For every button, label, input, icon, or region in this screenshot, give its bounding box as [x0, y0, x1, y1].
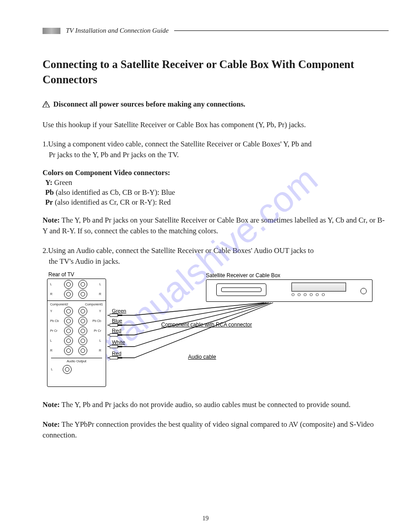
- jack-label-r: R: [50, 292, 59, 296]
- val-pr: (also identified as Cr, CR or R-Y): Red: [53, 198, 171, 206]
- warning-row: Disconnect all power sources before maki…: [43, 100, 389, 109]
- note-3-label: Note:: [43, 420, 60, 429]
- step-2-line-a: 2.Using an Audio cable, connect the Sate…: [43, 245, 389, 256]
- svg-rect-7: [118, 334, 122, 335]
- svg-rect-5: [118, 324, 122, 326]
- jack-icon: [64, 307, 73, 316]
- label-component2: Component2: [50, 303, 68, 306]
- tv-rear-panel: LL RR Component2Component1 YY Pb CbPb Cb…: [47, 279, 106, 387]
- jack-label-r: R: [50, 349, 59, 352]
- jack-label-prcr: Pr Cr: [50, 329, 59, 332]
- label-component-cable: Component cable with RCA connector: [161, 322, 252, 328]
- page-number: 19: [0, 515, 411, 522]
- note-2: Note: The Y, Pb and Pr jacks do not prov…: [43, 399, 389, 410]
- cable-label-blue: Blue: [112, 318, 122, 323]
- jack-icon: [64, 336, 73, 345]
- jack-icon: [64, 280, 73, 289]
- jack-icon: [64, 326, 73, 335]
- satbox-knob: [360, 288, 367, 294]
- svg-rect-8: [110, 345, 118, 348]
- jack-label-y: Y: [50, 309, 59, 313]
- note-1-label: Note:: [43, 216, 60, 224]
- label-y: Y:: [45, 178, 52, 187]
- step-2: 2.Using an Audio cable, connect the Sate…: [43, 245, 389, 267]
- label-component1: Component1: [85, 303, 103, 306]
- manual-page: manualshive.com TV Installation and Conn…: [0, 0, 411, 532]
- cable-label-white: White: [112, 339, 125, 345]
- jack-label-l: L: [92, 339, 101, 342]
- note-3: Note: The YPbPr connection provides the …: [43, 419, 389, 441]
- jack-label-l: L: [50, 339, 59, 342]
- colors-heading: Colors on Component Video connectors:: [43, 168, 389, 177]
- jack-icon: [64, 290, 73, 299]
- val-pb: (also identified as Cb, CB or B-Y): Blue: [54, 188, 175, 197]
- jack-label-r: R: [92, 349, 101, 352]
- rca-plug-icon: [110, 356, 123, 360]
- svg-rect-10: [110, 356, 118, 359]
- svg-rect-3: [118, 314, 122, 316]
- note-3-text: The YPbPr connection provides the best q…: [43, 420, 374, 439]
- svg-rect-11: [118, 357, 122, 358]
- step-1-line-a: 1.Using a component video cable, connect…: [43, 139, 389, 150]
- cable-label-red: Red: [112, 328, 121, 333]
- label-pb: Pb: [45, 188, 54, 197]
- header-swatch: [43, 28, 60, 34]
- satbox-slot: [216, 283, 266, 296]
- step-2-line-b: the TV's Audio in jacks.: [43, 256, 389, 267]
- page-header: TV Installation and Connection Guide: [43, 27, 389, 34]
- jack-icon: [78, 307, 87, 316]
- svg-rect-9: [118, 346, 122, 347]
- warning-text: Disconnect all power sources before maki…: [53, 100, 245, 109]
- connection-diagram: Rear of TV Satellite Receiver or Cable B…: [40, 270, 385, 391]
- jack-label-l: L: [92, 283, 101, 286]
- satbox-leds: O O O O O O: [291, 292, 326, 297]
- svg-point-1: [46, 106, 47, 107]
- step-1-line-b: Pr jacks to the Y, Pb and Pr jacks on th…: [43, 150, 389, 160]
- rca-plug-icon: [110, 313, 123, 317]
- header-rule: [174, 30, 389, 31]
- jack-icon: [78, 326, 87, 335]
- note-1: Note: The Y, Pb and Pr jacks on your Sat…: [43, 215, 389, 236]
- jack-label-pbcb: Pb Cb: [92, 319, 101, 322]
- label-rear-of-tv: Rear of TV: [48, 271, 74, 278]
- doc-title: TV Installation and Connection Guide: [66, 27, 169, 34]
- cable-label-green: Green: [112, 308, 126, 313]
- intro-paragraph: Use this hookup if your Satellite Receiv…: [43, 120, 389, 130]
- jack-icon: [78, 290, 87, 299]
- note-2-label: Note:: [43, 400, 60, 409]
- rca-plug-icon: [110, 323, 123, 327]
- jack-label-prcr: Pr Cr: [92, 329, 101, 332]
- rca-plug-icon: [110, 345, 123, 348]
- svg-rect-2: [110, 314, 118, 317]
- jack-label-l: L: [50, 283, 59, 286]
- label-pr: Pr: [45, 198, 53, 206]
- jack-icon: [63, 365, 72, 374]
- warning-icon: [43, 101, 50, 107]
- jack-icon: [78, 317, 87, 326]
- satbox-display: [291, 283, 346, 292]
- label-satellite-box: Satellite Receiver or Cable Box: [206, 272, 280, 279]
- step-1: 1.Using a component video cable, connect…: [43, 139, 389, 160]
- svg-rect-6: [110, 334, 118, 336]
- note-1-text: The Y, Pb and Pr jacks on your Satellite…: [43, 216, 385, 235]
- page-title: Connecting to a Satellite Receiver or Ca…: [43, 57, 389, 87]
- val-y: Green: [52, 178, 72, 187]
- color-pb: Pb (also identified as Cb, CB or B-Y): B…: [43, 188, 389, 197]
- jack-label-pbcb: Pb Cb: [50, 319, 59, 322]
- label-audio-cable: Audio cable: [188, 354, 216, 360]
- color-y: Y: Green: [43, 178, 389, 187]
- jack-icon: [64, 346, 73, 355]
- jack-icon: [78, 346, 87, 355]
- jack-label-r: R: [92, 292, 101, 296]
- jack-label-l: L: [51, 368, 60, 371]
- jack-icon: [78, 336, 87, 345]
- satellite-receiver-box: O O O O O O: [206, 279, 372, 302]
- cable-label-red2: Red: [112, 351, 121, 356]
- rca-plug-icon: [110, 333, 123, 337]
- label-audio-output: Audio Output: [51, 358, 102, 363]
- color-pr: Pr (also identified as Cr, CR or R-Y): R…: [43, 198, 389, 207]
- note-2-text: The Y, Pb and Pr jacks do not provide au…: [60, 400, 351, 409]
- svg-rect-4: [110, 324, 118, 326]
- jack-icon: [64, 317, 73, 326]
- jack-icon: [78, 280, 87, 289]
